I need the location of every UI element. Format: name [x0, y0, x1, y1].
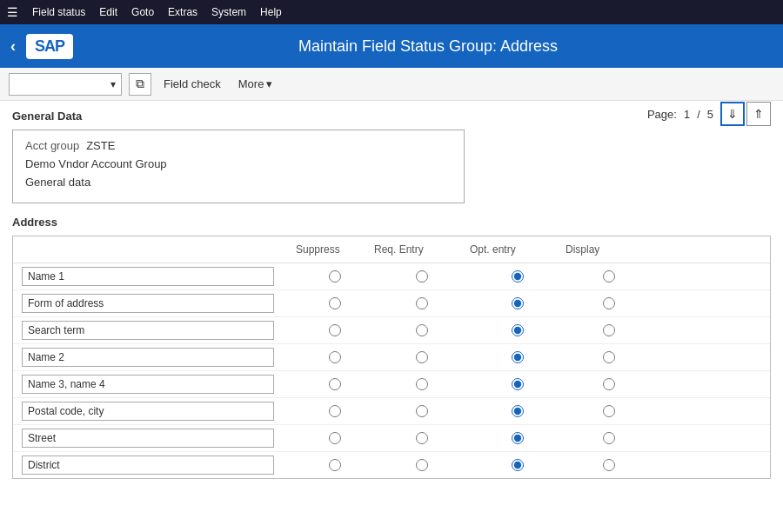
radio-suppress[interactable]: [329, 378, 341, 390]
demo-row: Demo Vndor Account Group: [25, 157, 452, 170]
radio-cell-req-entry: [374, 297, 470, 309]
radio-cell-req-entry: [374, 378, 470, 390]
radio-req-entry[interactable]: [416, 405, 428, 417]
table-row: Name 1: [13, 263, 770, 290]
row-label: Name 2: [22, 348, 274, 367]
radio-req-entry[interactable]: [416, 378, 428, 390]
radio-opt-entry[interactable]: [512, 432, 524, 444]
menu-item-extras[interactable]: Extras: [168, 6, 197, 18]
radio-suppress[interactable]: [329, 459, 341, 471]
radio-req-entry[interactable]: [416, 270, 428, 283]
toolbar-dropdown[interactable]: ▾: [9, 73, 122, 96]
copy-icon-button[interactable]: ⧉: [129, 73, 151, 96]
col-opt-entry-header: Opt. entry: [470, 243, 566, 256]
radio-req-entry[interactable]: [416, 351, 428, 363]
radio-suppress[interactable]: [329, 351, 341, 363]
radio-cell-display: [566, 378, 652, 390]
toolbar: ▾ ⧉ Field check More ▾: [0, 68, 783, 101]
page-total: 5: [707, 108, 713, 121]
menu-item-edit[interactable]: Edit: [99, 6, 117, 18]
radio-cell-req-entry: [374, 405, 470, 417]
radio-display[interactable]: [603, 270, 615, 283]
radio-opt-entry[interactable]: [512, 351, 524, 363]
row-label: District: [22, 456, 274, 475]
table-row: Street: [13, 425, 770, 452]
menu-item-system[interactable]: System: [211, 6, 246, 18]
radio-cell-suppress: [296, 351, 374, 363]
radio-suppress[interactable]: [329, 432, 341, 444]
page-indicator: Page: 1 / 5 ⇓ ⇑: [647, 102, 771, 126]
radio-cell-req-entry: [374, 432, 470, 444]
radio-cell-suppress: [296, 378, 374, 390]
address-section: Address Suppress Req. Entry Opt. entry D…: [12, 216, 771, 479]
radio-cell-display: [566, 351, 652, 363]
row-label: Postal code, city: [22, 402, 274, 421]
row-label: Form of address: [22, 294, 274, 313]
col-req-entry-header: Req. Entry: [374, 243, 470, 256]
radio-cell-display: [566, 297, 652, 309]
radio-suppress[interactable]: [329, 297, 341, 309]
table-row: District: [13, 452, 770, 478]
content-area: General Data Page: 1 / 5 ⇓ ⇑ Acct group …: [0, 101, 783, 532]
radio-cell-display: [566, 270, 652, 283]
radio-cell-opt-entry: [470, 378, 566, 390]
radio-display[interactable]: [603, 324, 615, 336]
radio-suppress[interactable]: [329, 405, 341, 417]
col-display-header: Display: [566, 243, 652, 256]
radio-display[interactable]: [603, 351, 615, 363]
radio-display[interactable]: [603, 297, 615, 309]
menu-item-help[interactable]: Help: [260, 6, 282, 18]
table-row: Postal code, city: [13, 398, 770, 425]
radio-cell-suppress: [296, 459, 374, 471]
radio-cell-req-entry: [374, 351, 470, 363]
table-row: Name 2: [13, 344, 770, 371]
radio-opt-entry[interactable]: [512, 324, 524, 336]
radio-req-entry[interactable]: [416, 459, 428, 471]
radio-display[interactable]: [603, 432, 615, 444]
radio-req-entry[interactable]: [416, 297, 428, 309]
radio-display[interactable]: [603, 459, 615, 471]
radio-opt-entry[interactable]: [512, 378, 524, 390]
more-label: More: [238, 77, 264, 90]
radio-cell-opt-entry: [470, 432, 566, 444]
row-label: Name 3, name 4: [22, 375, 274, 394]
radio-cell-suppress: [296, 297, 374, 309]
demo-label: Demo Vndor Account Group: [25, 157, 167, 170]
table-header: Suppress Req. Entry Opt. entry Display: [13, 236, 770, 263]
header-bar: ‹ SAP Maintain Field Status Group: Addre…: [0, 24, 783, 68]
radio-suppress[interactable]: [329, 324, 341, 336]
radio-display[interactable]: [603, 405, 615, 417]
radio-cell-opt-entry: [470, 351, 566, 363]
menu-item-field-status[interactable]: Field status: [32, 6, 85, 18]
radio-opt-entry[interactable]: [512, 270, 524, 283]
hamburger-icon[interactable]: ☰: [7, 5, 18, 19]
field-check-button[interactable]: Field check: [158, 76, 226, 92]
radio-suppress[interactable]: [329, 270, 341, 283]
col-suppress-header: Suppress: [296, 243, 374, 256]
page-next-button[interactable]: ⇑: [746, 102, 771, 126]
radio-cell-opt-entry: [470, 297, 566, 309]
radio-req-entry[interactable]: [416, 432, 428, 444]
radio-req-entry[interactable]: [416, 324, 428, 336]
radio-display[interactable]: [603, 378, 615, 390]
table-row: Search term: [13, 317, 770, 344]
table-row: Name 3, name 4: [13, 371, 770, 398]
general-label: General data: [25, 176, 90, 189]
radio-cell-display: [566, 432, 652, 444]
radio-cell-display: [566, 324, 652, 336]
back-button[interactable]: ‹: [10, 37, 16, 56]
menu-item-goto[interactable]: Goto: [131, 6, 154, 18]
more-button[interactable]: More ▾: [233, 76, 278, 92]
radio-opt-entry[interactable]: [512, 405, 524, 417]
general-row: General data: [25, 176, 452, 189]
page-separator: /: [697, 108, 700, 121]
col-label-header: [22, 243, 296, 256]
radio-opt-entry[interactable]: [512, 459, 524, 471]
page-prev-button[interactable]: ⇓: [720, 102, 745, 126]
row-label: Street: [22, 429, 274, 448]
more-chevron-icon: ▾: [266, 77, 272, 90]
table-row: Form of address: [13, 290, 770, 317]
page-label: Page:: [647, 108, 677, 121]
radio-cell-req-entry: [374, 459, 470, 471]
radio-opt-entry[interactable]: [512, 297, 524, 309]
